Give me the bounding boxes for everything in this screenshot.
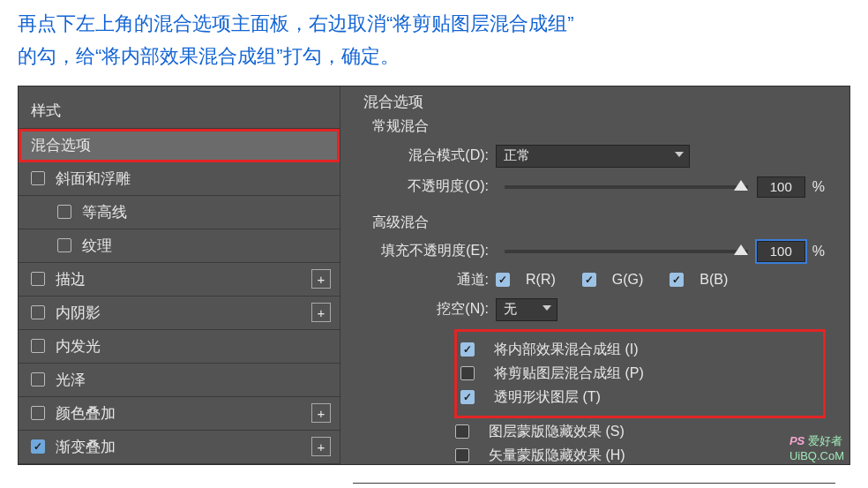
style-label: 斜面和浮雕 <box>56 169 131 189</box>
general-blending-title: 常规混合 <box>372 117 825 136</box>
checkbox-inner-glow[interactable] <box>31 339 45 353</box>
channels-label: 通道: <box>363 271 496 289</box>
percent-label: % <box>812 244 825 259</box>
blend-mode-select[interactable]: 正常 <box>496 145 690 168</box>
channel-g[interactable]: G(G) <box>582 272 644 288</box>
channel-r[interactable]: R(R) <box>496 272 556 288</box>
panel-title: 混合选项 <box>363 92 825 112</box>
checkbox-clipped-layers[interactable] <box>460 366 475 380</box>
checkbox-b[interactable] <box>670 273 684 287</box>
opacity-slider[interactable] <box>505 185 748 189</box>
checkbox-stroke[interactable] <box>31 272 45 286</box>
checkbox-layer-mask-hides[interactable] <box>455 424 469 439</box>
checkbox-satin[interactable] <box>31 372 45 387</box>
blending-options-fieldset: 混合选项 常规混合 混合模式(D): 正常 不透明度(O): 100 % 高级混… <box>353 92 835 484</box>
style-item-bevel-emboss[interactable]: 斜面和浮雕 <box>19 162 340 196</box>
opacity-label: 不透明度(O): <box>363 177 496 196</box>
opt-transparency-shapes[interactable]: 透明形状图层 (T) <box>460 388 800 407</box>
watermark-ps: PS <box>789 434 804 447</box>
slider-thumb-icon[interactable] <box>734 244 748 255</box>
checkbox-vector-mask-hides[interactable] <box>455 448 469 462</box>
instruction-caption: 再点下左上角的混合选项主面板，右边取消“将剪贴图层混合成组” 的勾，给“将内部效… <box>0 0 868 86</box>
knockout-value: 无 <box>504 301 517 318</box>
opt-blend-interior-effects[interactable]: 将内部效果混合成组 (I) <box>460 341 800 359</box>
advanced-blending-title: 高级混合 <box>372 214 825 232</box>
caption-line2: 的勾，给“将内部效果混合成组”打勾，确定。 <box>18 45 400 67</box>
knockout-label: 挖空(N): <box>363 300 496 319</box>
style-item-contour[interactable]: 等高线 <box>19 196 340 229</box>
style-label: 内阴影 <box>56 303 101 323</box>
style-label: 描边 <box>56 269 86 289</box>
fill-opacity-label: 填充不透明度(E): <box>363 242 496 260</box>
checkbox-transparency-shapes[interactable] <box>460 390 475 404</box>
blend-mode-value: 正常 <box>504 147 530 164</box>
fill-opacity-row: 填充不透明度(E): 100 % <box>363 241 825 262</box>
style-item-satin[interactable]: 光泽 <box>19 364 340 397</box>
fill-opacity-slider[interactable] <box>505 250 748 253</box>
style-item-stroke[interactable]: 描边 + <box>19 263 340 297</box>
checkbox-color-overlay[interactable] <box>31 406 45 420</box>
style-label: 光泽 <box>56 370 86 390</box>
channel-b[interactable]: B(B) <box>670 272 728 288</box>
percent-label: % <box>812 179 825 195</box>
add-inner-shadow-icon[interactable]: + <box>311 303 331 322</box>
watermark-txt: 爱好者 <box>808 434 842 447</box>
style-item-inner-shadow[interactable]: 内阴影 + <box>19 297 340 330</box>
channels-row: 通道: R(R) G(G) B(B) <box>363 271 825 289</box>
fill-opacity-input[interactable]: 100 <box>757 241 805 262</box>
checkbox-gradient-overlay[interactable] <box>31 439 45 454</box>
chevron-down-icon <box>675 152 684 157</box>
add-stroke-icon[interactable]: + <box>311 269 331 289</box>
style-label: 混合选项 <box>31 135 91 155</box>
chevron-down-icon <box>542 305 551 311</box>
style-label: 内发光 <box>56 336 101 357</box>
watermark: PS 爱好者 UiBQ.CoM <box>789 433 844 462</box>
knockout-select[interactable]: 无 <box>496 298 557 321</box>
highlighted-options-box: 将内部效果混合成组 (I) 将剪贴图层混合成组 (P) 透明形状图层 (T) <box>455 330 825 417</box>
style-item-color-overlay[interactable]: 颜色叠加 + <box>19 397 340 431</box>
style-label: 等高线 <box>82 202 127 222</box>
blend-mode-label: 混合模式(D): <box>363 146 496 165</box>
checkbox-r[interactable] <box>496 273 510 287</box>
blending-options-panel: 混合选项 常规混合 混合模式(D): 正常 不透明度(O): 100 % 高级混… <box>340 86 849 464</box>
blend-mode-row: 混合模式(D): 正常 <box>363 145 825 168</box>
extra-options: 图层蒙版隐藏效果 (S) 矢量蒙版隐藏效果 (H) <box>455 423 825 465</box>
add-color-overlay-icon[interactable]: + <box>311 403 331 423</box>
checkbox-interior-effects[interactable] <box>460 342 475 357</box>
checkbox-inner-shadow[interactable] <box>31 305 45 319</box>
caption-line1: 再点下左上角的混合选项主面板，右边取消“将剪贴图层混合成组” <box>18 12 574 34</box>
style-label: 颜色叠加 <box>56 403 116 424</box>
opacity-row: 不透明度(O): 100 % <box>363 176 825 198</box>
styles-header: 样式 <box>19 94 340 129</box>
opacity-input[interactable]: 100 <box>757 176 805 198</box>
knockout-row: 挖空(N): 无 <box>363 298 825 321</box>
styles-list: 样式 混合选项 斜面和浮雕 等高线 纹理 描边 + 内阴影 + 内发光 <box>19 86 340 464</box>
checkbox-texture[interactable] <box>57 238 71 252</box>
checkbox-contour[interactable] <box>57 205 71 219</box>
style-item-gradient-overlay[interactable]: 渐变叠加 + <box>19 431 340 464</box>
style-item-blending-options[interactable]: 混合选项 <box>19 129 340 162</box>
style-item-texture[interactable]: 纹理 <box>19 229 340 263</box>
opt-layer-mask-hides[interactable]: 图层蒙版隐藏效果 (S) <box>455 423 825 441</box>
style-label: 纹理 <box>82 236 112 256</box>
opt-vector-mask-hides[interactable]: 矢量蒙版隐藏效果 (H) <box>455 447 825 465</box>
layer-style-dialog: 样式 混合选项 斜面和浮雕 等高线 纹理 描边 + 内阴影 + 内发光 <box>18 86 850 465</box>
add-gradient-overlay-icon[interactable]: + <box>311 437 331 456</box>
checkbox-g[interactable] <box>582 273 596 287</box>
style-label: 渐变叠加 <box>56 437 116 457</box>
style-item-inner-glow[interactable]: 内发光 <box>19 330 340 364</box>
slider-thumb-icon[interactable] <box>734 180 748 191</box>
watermark-url: UiBQ.CoM <box>789 449 844 462</box>
opt-blend-clipped-layers[interactable]: 将剪贴图层混合成组 (P) <box>460 364 800 383</box>
checkbox-bevel[interactable] <box>31 171 45 185</box>
